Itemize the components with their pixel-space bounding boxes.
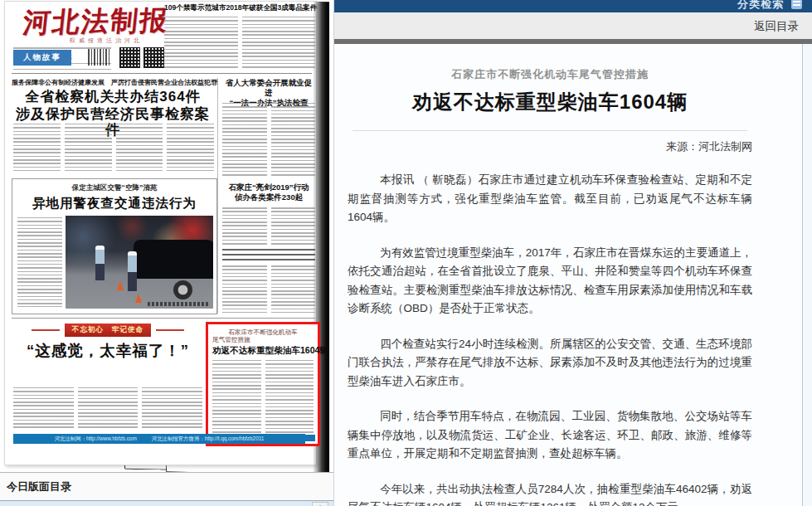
qr-code-icon	[119, 47, 140, 68]
column-divider	[217, 78, 218, 314]
back-to-catalog-link[interactable]: 返回目录	[754, 19, 799, 34]
top-story-text-placeholder	[164, 17, 315, 70]
text-column-placeholder	[265, 360, 314, 436]
lead-text-placeholder	[13, 124, 214, 173]
story-tag: 人物故事	[13, 50, 71, 66]
highlight-text-placeholder	[212, 360, 314, 436]
text-column-placeholder	[142, 387, 202, 431]
scroll-up-button[interactable]: ▲	[312, 502, 328, 506]
newspaper-slogan: 权威报道法治河北	[70, 36, 143, 45]
traffic-police-figure	[95, 246, 105, 280]
photo-story-headline: 异地用警夜查交通违法行为	[12, 195, 216, 212]
title-divider	[353, 130, 747, 131]
section-divider	[12, 318, 315, 319]
top-story-headline: 109个禁毒示范城市2018年破获全国3成毒品案件	[164, 3, 315, 13]
bold-headline-placeholder	[222, 249, 315, 260]
text-column-placeholder	[212, 360, 261, 436]
catalog-panel-title: 今日版面目录	[0, 473, 333, 494]
traffic-cone	[135, 294, 142, 303]
text-column-placeholder	[164, 17, 238, 70]
newspaper-footer-bar: 河北法制网：http://www.hbfzb.com 河北法制报官方微博：htt…	[13, 434, 305, 444]
feature-text-placeholder	[13, 387, 202, 431]
suv-silhouette	[134, 240, 213, 279]
traffic-police-figure	[128, 251, 137, 291]
qr-code-icon	[143, 47, 164, 68]
text-column-placeholder	[13, 124, 61, 173]
app-window: 河北法制报 权威报道法治河北 2019年8月20日 星期二 109个禁毒示范城市…	[0, 0, 812, 506]
photo-caption-placeholder	[148, 302, 210, 306]
text-column-placeholder	[116, 124, 163, 173]
right-column-text-placeholder	[222, 103, 315, 178]
photo-story-kicker: 保定主城区交警“空降”清苑	[12, 183, 216, 193]
article-paragraph: 为有效监管过境重型柴油车，2017年，石家庄市在晋煤东运的主要通道上，依托交通治…	[348, 244, 752, 319]
category-search-link[interactable]: 分类检索	[737, 0, 784, 12]
text-column-placeholder	[271, 265, 316, 314]
lead-headline-line1: 全省检察机关共办结364件	[12, 89, 214, 105]
footer-site-url: 河北法制网：http://www.hbfzb.com	[55, 434, 137, 444]
top-story: 109个禁毒示范城市2018年破获全国3成毒品案件	[164, 3, 315, 13]
section-divider	[12, 73, 312, 74]
text-column-placeholder	[242, 17, 316, 70]
ribbon-rule	[156, 329, 184, 331]
text-column-placeholder	[271, 103, 316, 178]
scrollbar-track[interactable]	[802, 44, 812, 506]
right-column-text-placeholder	[222, 207, 315, 246]
article-title: 劝返不达标重型柴油车1604辆	[348, 89, 752, 115]
text-column-placeholder	[222, 103, 267, 178]
footer-weibo-url: 河北法制报官方微博：http://t.qq.com/hbfzb2011	[152, 434, 265, 444]
article-kicker: 石家庄市不断强化机动车尾气管控措施	[348, 67, 752, 82]
text-column-placeholder	[167, 124, 214, 173]
lead-kicker: 服务保障非公有制经济健康发展 严厉打击侵害民营企业合法权益犯罪	[12, 78, 214, 87]
suv-wheel	[173, 280, 192, 299]
photo-story-module: 保定主城区交警“空降”清苑 异地用警夜查交通违法行为	[12, 178, 217, 314]
highlight-headline: 劝返不达标重型柴油车1604辆	[212, 345, 314, 357]
catalog-panel: 今日版面目录 ▲	[0, 472, 333, 506]
info-line-placeholder	[13, 69, 111, 72]
sjz-headline-line2: 侦办各类案件230起	[222, 192, 315, 202]
sjz-story: 石家庄“亮剑2019”行动 侦办各类案件230起	[222, 182, 315, 202]
barcode-image	[88, 49, 109, 66]
text-column-placeholder	[222, 265, 267, 314]
top-navbar: 分类检索	[334, 0, 812, 12]
article-content: 石家庄市不断强化机动车尾气管控措施 劝返不达标重型柴油车1604辆 来源：河北法…	[334, 44, 812, 506]
jobs-headline-line1: 省人大常委会开展就业促进	[222, 78, 315, 98]
theme-ribbon: 不忘初心 牢记使命	[65, 324, 151, 337]
newspaper-preview-pane: 河北法制报 权威报道法治河北 2019年8月20日 星期二 109个禁毒示范城市…	[0, 0, 333, 506]
photo-story-text-placeholder	[17, 217, 62, 307]
text-column-placeholder	[65, 124, 112, 173]
feature-headline: “这感觉，太幸福了！”	[12, 340, 204, 361]
article-toolbar: 返回目录	[334, 12, 812, 39]
article-paragraph: 同时，结合季节用车特点，在物流园、工业园、货物集散地、公交场站等车辆集中停放地，…	[348, 407, 752, 464]
category-search-icon[interactable]	[791, 0, 802, 9]
newspaper-page-thumbnail[interactable]: 河北法制报 权威报道法治河北 2019年8月20日 星期二 109个禁毒示范城市…	[4, 1, 317, 465]
article-pane: 分类检索 返回目录 石家庄市不断强化机动车尾气管控措施 劝返不达标重型柴油车16…	[333, 0, 812, 506]
mid-headline-placeholder	[222, 249, 315, 260]
current-article-highlight-box[interactable]: 石家庄市不断强化机动车 尾气管控措施 劝返不达标重型柴油车1604辆	[206, 322, 320, 446]
highlight-kicker-line2: 尾气管控措施	[212, 336, 314, 343]
article-source: 来源：河北法制网	[348, 139, 752, 154]
right-column-text-placeholder	[222, 265, 315, 314]
text-column-placeholder	[78, 387, 139, 431]
sjz-headline-line1: 石家庄“亮剑2019”行动	[222, 182, 315, 192]
text-column-placeholder	[271, 207, 316, 246]
text-column-placeholder	[17, 217, 62, 307]
ribbon-rule	[32, 329, 60, 331]
night-traffic-check-photo	[66, 216, 213, 309]
feature-story: 不忘初心 牢记使命 “这感觉，太幸福了！”	[12, 324, 204, 361]
catalog-list-area: ▲	[0, 501, 333, 506]
text-column-placeholder	[222, 207, 267, 246]
article-paragraph: 本报讯 （ 靳晓磊）石家庄市通过建立机动车环保查验检查站、定期和不定期监督抽测等…	[348, 171, 752, 227]
article-paragraph: 今年以来，共出动执法检查人员7284人次，抽检重型柴油车46402辆，劝返尾气不…	[348, 480, 752, 506]
highlight-kicker-line1: 石家庄市不断强化机动车	[212, 328, 314, 336]
traffic-cone	[117, 281, 124, 290]
article-paragraph: 四个检查站实行24小时连续检测。所属辖区的公安交管、交通、生态环境部门联合执法，…	[348, 335, 752, 392]
text-column-placeholder	[13, 387, 74, 431]
